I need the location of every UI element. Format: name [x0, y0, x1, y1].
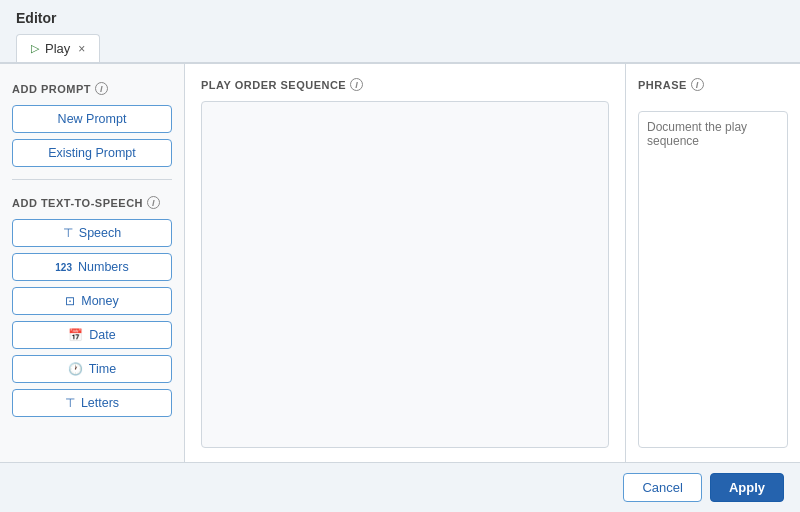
tab-bar: ▷ Play × [16, 34, 784, 62]
editor-title: Editor [16, 10, 784, 26]
phrase-title: PHRASE i [638, 78, 788, 91]
editor-container: Editor ▷ Play × ADD PROMPT i New Prompt … [0, 0, 800, 512]
editor-body: ADD PROMPT i New Prompt Existing Prompt … [0, 63, 800, 462]
add-prompt-info-icon: i [95, 82, 108, 95]
date-icon: 📅 [68, 328, 83, 342]
sequence-area[interactable] [201, 101, 609, 448]
right-panel: PHRASE i [625, 64, 800, 462]
time-icon: 🕐 [68, 362, 83, 376]
existing-prompt-button[interactable]: Existing Prompt [12, 139, 172, 167]
phrase-info-icon: i [691, 78, 704, 91]
date-button[interactable]: 📅 Date [12, 321, 172, 349]
play-icon: ▷ [31, 42, 39, 55]
cancel-button[interactable]: Cancel [623, 473, 701, 502]
add-tts-label: ADD TEXT-TO-SPEECH i [12, 196, 172, 209]
divider-1 [12, 179, 172, 180]
middle-panel: PLAY ORDER SEQUENCE i [185, 64, 625, 462]
time-button[interactable]: 🕐 Time [12, 355, 172, 383]
money-button[interactable]: ⊡ Money [12, 287, 172, 315]
tab-label: Play [45, 41, 70, 56]
phrase-textarea[interactable] [638, 111, 788, 448]
speech-button[interactable]: ⊤ Speech [12, 219, 172, 247]
add-prompt-label: ADD PROMPT i [12, 82, 172, 95]
numbers-button[interactable]: 123 Numbers [12, 253, 172, 281]
letters-button[interactable]: ⊤ Letters [12, 389, 172, 417]
play-tab[interactable]: ▷ Play × [16, 34, 100, 62]
add-tts-info-icon: i [147, 196, 160, 209]
play-order-sequence-title: PLAY ORDER SEQUENCE i [201, 78, 609, 91]
speech-icon: ⊤ [63, 226, 73, 240]
money-icon: ⊡ [65, 294, 75, 308]
footer: Cancel Apply [0, 462, 800, 512]
letters-icon: ⊤ [65, 396, 75, 410]
new-prompt-button[interactable]: New Prompt [12, 105, 172, 133]
editor-header: Editor ▷ Play × [0, 0, 800, 63]
tab-close-icon[interactable]: × [78, 42, 85, 56]
apply-button[interactable]: Apply [710, 473, 784, 502]
numbers-icon: 123 [55, 262, 72, 273]
sequence-info-icon: i [350, 78, 363, 91]
left-panel: ADD PROMPT i New Prompt Existing Prompt … [0, 64, 185, 462]
